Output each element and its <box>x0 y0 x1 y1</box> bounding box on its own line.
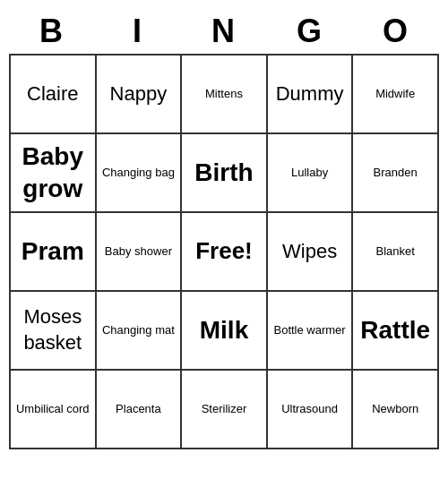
cell-text: Wipes <box>282 239 337 265</box>
cell-text: Bottle warmer <box>273 323 345 338</box>
bingo-cell: Placenta <box>97 371 183 449</box>
bingo-header: BINGO <box>9 9 439 54</box>
bingo-cell: Claire <box>11 56 97 134</box>
cell-text: Midwife <box>375 87 415 102</box>
cell-text: Lullaby <box>291 166 328 181</box>
bingo-cell: Ultrasound <box>268 371 354 449</box>
cell-text: Dummy <box>276 81 344 107</box>
bingo-grid: ClaireNappyMittensDummyMidwifeBaby growC… <box>9 54 439 449</box>
cell-text: Moses basket <box>14 304 91 355</box>
cell-text: Milk <box>200 314 248 346</box>
cell-text: Changing mat <box>102 323 175 338</box>
cell-text: Blanket <box>376 244 415 260</box>
bingo-cell: Changing bag <box>97 134 183 213</box>
bingo-cell: Blanket <box>353 213 439 292</box>
cell-text: Free! <box>195 236 253 267</box>
cell-text: Changing bag <box>102 166 175 181</box>
bingo-cell: Umbilical cord <box>11 371 97 449</box>
bingo-cell: Newborn <box>353 371 439 449</box>
cell-text: Birth <box>194 157 253 189</box>
header-letter: G <box>267 9 353 54</box>
bingo-cell: Milk <box>182 292 268 371</box>
cell-text: Mittens <box>205 87 243 102</box>
bingo-cell: Rattle <box>353 292 439 371</box>
cell-text: Placenta <box>116 402 161 417</box>
cell-text: Ultrasound <box>281 402 338 417</box>
bingo-cell: Dummy <box>268 56 354 134</box>
bingo-cell: Wipes <box>268 213 354 292</box>
cell-text: Newborn <box>372 402 418 417</box>
cell-text: Umbilical cord <box>16 402 90 417</box>
cell-text: Claire <box>27 81 78 107</box>
cell-text: Baby shower <box>105 244 172 260</box>
bingo-cell: Baby shower <box>97 213 183 292</box>
cell-text: Branden <box>374 166 418 181</box>
bingo-cell: Free! <box>182 213 268 292</box>
bingo-cell: Lullaby <box>268 134 354 213</box>
bingo-cell: Birth <box>182 134 268 213</box>
header-letter: N <box>181 9 267 54</box>
cell-text: Pram <box>22 235 84 268</box>
header-letter: B <box>9 9 95 54</box>
header-letter: I <box>95 9 181 54</box>
bingo-cell: Bottle warmer <box>268 292 354 371</box>
bingo-cell: Pram <box>11 213 97 292</box>
bingo-cell: Baby grow <box>11 134 97 213</box>
cell-text: Baby grow <box>14 141 91 206</box>
bingo-cell: Sterilizer <box>182 371 268 449</box>
bingo-cell: Branden <box>353 134 439 213</box>
cell-text: Nappy <box>110 81 168 107</box>
cell-text: Rattle <box>360 314 430 346</box>
bingo-cell: Changing mat <box>97 292 183 371</box>
bingo-cell: Midwife <box>353 56 439 134</box>
cell-text: Sterilizer <box>202 402 247 417</box>
bingo-cell: Moses basket <box>11 292 97 371</box>
bingo-card: BINGO ClaireNappyMittensDummyMidwifeBaby… <box>9 9 439 449</box>
bingo-cell: Nappy <box>97 56 183 134</box>
bingo-cell: Mittens <box>182 56 268 134</box>
header-letter: O <box>353 9 439 54</box>
